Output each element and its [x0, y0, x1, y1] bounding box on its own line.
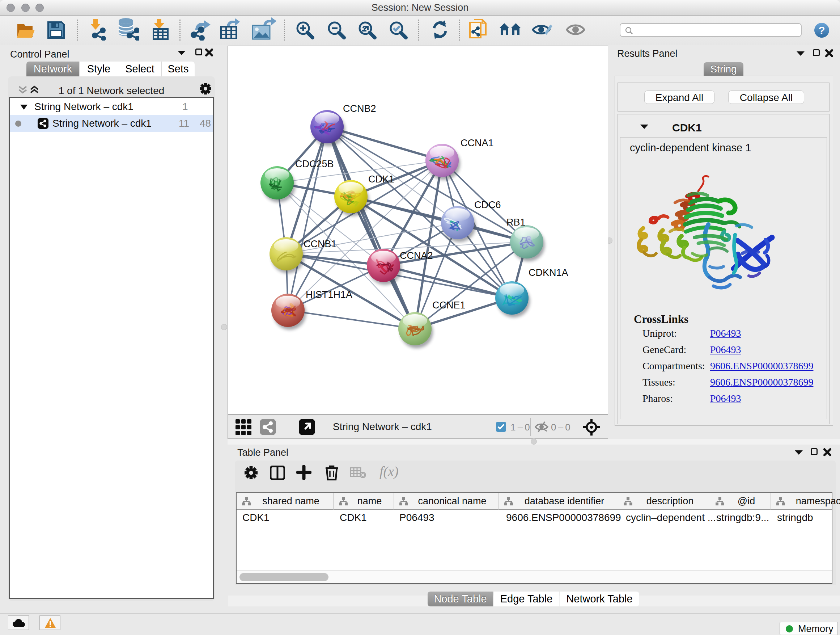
svg-text:RB1: RB1 [507, 217, 526, 228]
svg-text:HIST1H1A: HIST1H1A [306, 289, 352, 300]
svg-text:CCNB1: CCNB1 [303, 239, 337, 249]
svg-text:CCNA2: CCNA2 [400, 250, 433, 261]
svg-text:CCNE1: CCNE1 [432, 300, 466, 310]
svg-text:CDC6: CDC6 [474, 200, 501, 211]
svg-text:CCNB2: CCNB2 [343, 103, 376, 114]
svg-text:CDKN1A: CDKN1A [529, 267, 568, 278]
svg-text:CCNA1: CCNA1 [461, 138, 494, 149]
svg-text:CDK1: CDK1 [368, 174, 394, 185]
svg-text:CDC25B: CDC25B [295, 158, 334, 169]
